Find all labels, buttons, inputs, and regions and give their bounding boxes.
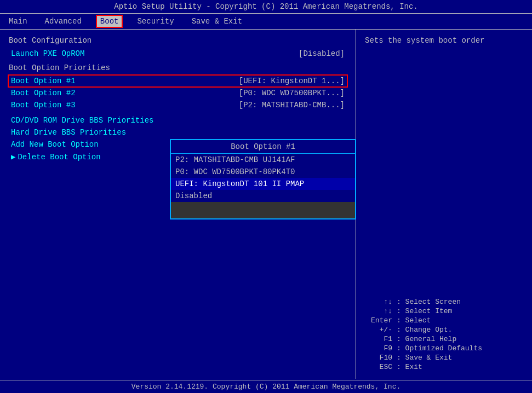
left-panel: Boot Configuration Launch PXE OpROM [Dis… [0, 30, 356, 379]
popup-option-1[interactable]: P0: WDC WD7500BPKT-80PK4T0 [171, 166, 355, 178]
menu-link-0[interactable]: CD/DVD ROM Drive BBS Priorities [9, 115, 347, 126]
boot-option-row-1[interactable]: Boot Option #1[UEFI: KingstonDT 1...] [9, 76, 347, 86]
menu-item-boot[interactable]: Boot [96, 15, 123, 28]
right-panel: Sets the system boot order ↑↓: Select Sc… [356, 30, 532, 379]
shortcut-key-0: ↑↓ [365, 298, 392, 306]
popup-option-3[interactable]: Disabled [171, 190, 355, 202]
menu-link-label-3: Delete Boot Option [18, 153, 100, 161]
shortcut-row-3: +/-: Change Opt. [365, 326, 523, 334]
shortcut-desc-4: : General Help [397, 335, 456, 343]
popup-option-2[interactable]: UEFI: KingstonDT 101 II PMAP [171, 178, 355, 190]
shortcut-key-1: ↑↓ [365, 307, 392, 315]
main-layout: Boot Configuration Launch PXE OpROM [Dis… [0, 30, 532, 379]
shortcut-key-6: F10 [365, 354, 392, 362]
menu-link-label-2: Add New Boot Option [11, 140, 99, 149]
help-text: Sets the system boot order [365, 36, 523, 45]
shortcut-key-2: Enter [365, 316, 392, 325]
menu-link-label-1: Hard Drive BBS Priorities [11, 128, 126, 137]
popup-options-container: P2: MATSHITABD-CMB UJ141AFP0: WDC WD7500… [171, 154, 355, 202]
boot-option-value-3: [P2: MATSHITABD-CMB...] [239, 101, 345, 109]
launch-pxe-row[interactable]: Launch PXE OpROM [Disabled] [9, 48, 347, 59]
shortcuts: ↑↓: Select Screen↑↓: Select ItemEnter: S… [365, 298, 523, 372]
shortcut-row-1: ↑↓: Select Item [365, 307, 523, 315]
shortcut-row-7: ESC: Exit [365, 363, 523, 371]
popup-footer [171, 202, 355, 218]
boot-option-label-2: Boot Option #2 [11, 89, 76, 97]
launch-pxe-label: Launch PXE OpROM [11, 49, 84, 58]
boot-options-container: Boot Option #1[UEFI: KingstonDT 1...]Boo… [9, 76, 347, 111]
shortcut-row-0: ↑↓: Select Screen [365, 298, 523, 306]
boot-option-row-3[interactable]: Boot Option #3[P2: MATSHITABD-CMB...] [9, 100, 347, 111]
shortcut-desc-6: : Save & Exit [397, 354, 452, 362]
menu-link-label-0: CD/DVD ROM Drive BBS Priorities [11, 116, 153, 125]
shortcut-desc-5: : Optimized Defaults [397, 344, 482, 352]
launch-pxe-value: [Disabled] [299, 49, 345, 58]
section-title-boot-priorities: Boot Option Priorities [9, 63, 347, 72]
boot-option-row-2[interactable]: Boot Option #2[P0: WDC WD7500BPKT...] [9, 88, 347, 99]
shortcut-row-5: F9: Optimized Defaults [365, 344, 523, 352]
shortcut-desc-0: : Select Screen [397, 298, 461, 306]
shortcut-desc-7: : Exit [397, 363, 422, 371]
footer: Version 2.14.1219. Copyright (C) 2011 Am… [0, 380, 532, 393]
shortcut-key-7: ESC [365, 363, 392, 371]
menu-item-main[interactable]: Main [5, 16, 31, 27]
boot-option-label-3: Boot Option #3 [11, 101, 76, 109]
shortcut-row-4: F1: General Help [365, 335, 523, 343]
boot-option-value-2: [P0: WDC WD7500BPKT...] [239, 89, 345, 97]
title-text: Aptio Setup Utility - Copyright (C) 2011… [114, 2, 418, 11]
dropdown-popup: Boot Option #1 P2: MATSHITABD-CMB UJ141A… [170, 139, 356, 219]
section-title-boot-config: Boot Configuration [9, 36, 347, 45]
menu-item-security[interactable]: Security [134, 16, 177, 27]
shortcut-desc-2: : Select [397, 316, 431, 325]
shortcut-key-4: F1 [365, 335, 392, 343]
shortcut-row-2: Enter: Select [365, 316, 523, 325]
boot-option-label-1: Boot Option #1 [11, 77, 76, 85]
popup-title: Boot Option #1 [171, 140, 355, 154]
shortcut-row-6: F10: Save & Exit [365, 354, 523, 362]
shortcut-key-3: +/- [365, 326, 392, 334]
footer-text: Version 2.14.1219. Copyright (C) 2011 Am… [131, 383, 401, 391]
shortcut-desc-1: : Select Item [397, 307, 452, 315]
boot-option-value-1: [UEFI: KingstonDT 1...] [239, 77, 345, 85]
popup-option-0[interactable]: P2: MATSHITABD-CMB UJ141AF [171, 154, 355, 166]
shortcut-desc-3: : Change Opt. [397, 326, 452, 334]
menu-link-1[interactable]: Hard Drive BBS Priorities [9, 127, 347, 138]
title-bar: Aptio Setup Utility - Copyright (C) 2011… [0, 0, 532, 13]
arrow-icon: ▶ [11, 152, 15, 161]
menu-item-advanced[interactable]: Advanced [42, 16, 85, 27]
shortcut-key-5: F9 [365, 344, 392, 352]
menu-item-save-and-exit[interactable]: Save & Exit [188, 16, 245, 27]
menu-bar: MainAdvancedBootSecuritySave & Exit [0, 13, 532, 30]
